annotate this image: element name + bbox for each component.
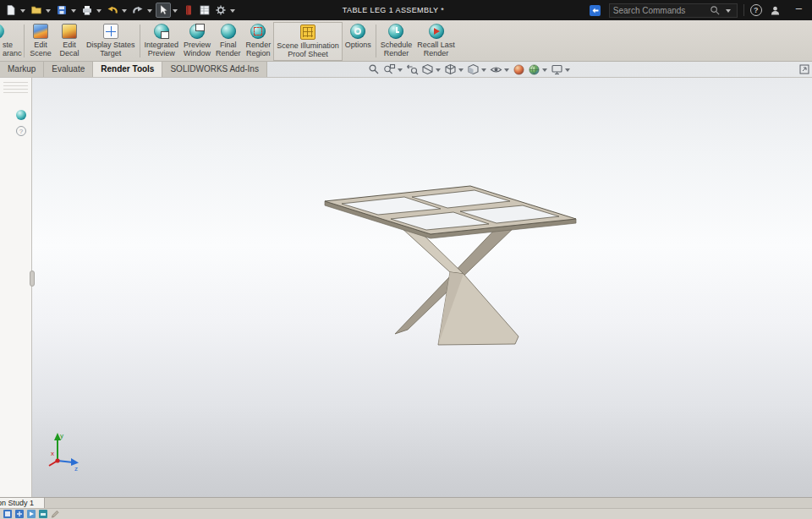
ribbon-recall-last-render-button[interactable]: Recall Last Render [414,22,458,61]
chevron-down-icon[interactable] [173,9,178,15]
select-tool-button[interactable] [156,3,171,18]
triad-y-label: y [60,432,63,440]
appearance-sphere-icon[interactable] [16,110,26,120]
divider [24,25,25,57]
ribbon-item-label: Render [384,49,409,57]
bottom-toolbar-icon-3[interactable] [27,510,36,518]
chevron-down-icon[interactable] [398,68,403,74]
zoom-to-area-button[interactable] [382,63,397,77]
ribbon-display-states-target-button[interactable]: Display States Target [84,22,138,61]
ribbon-item-label: Edit [34,41,47,49]
view-orientation-button[interactable] [443,63,458,77]
eye-icon [490,63,502,76]
ribbon-item-label: Decal [59,49,79,57]
hide-show-items-button[interactable] [489,63,503,77]
final-render-icon [221,24,236,39]
chevron-down-icon[interactable] [96,9,102,15]
preview-window-icon [189,24,205,39]
zoom-fit-icon [368,63,381,76]
ribbon-item-label: Render [424,49,449,57]
chevron-down-icon[interactable] [46,9,51,15]
panel-splitter-handle[interactable] [30,270,35,287]
tab-motion-study[interactable]: on Study 1 [0,497,45,508]
appearance-sphere-icon [513,63,525,76]
redo-icon [132,4,144,16]
ribbon-item-label: Final [220,41,237,49]
tab-render-tools[interactable]: Render Tools [93,62,162,77]
sheet-grid-icon [199,4,211,16]
work-area: ? [0,78,812,497]
search-commands-input[interactable]: Search Commands [609,3,738,18]
ribbon-final-render-button[interactable]: Final Render [213,22,244,61]
graphics-viewport[interactable]: x y z [32,78,812,497]
ribbon-scene-illumination-proof-sheet-button[interactable]: Scene Illumination Proof Sheet [273,22,343,61]
chevron-down-icon[interactable] [20,9,25,15]
rebuild-icon [183,4,195,16]
help-button[interactable]: ? [750,4,762,16]
edit-decal-icon [62,24,77,39]
chevron-down-icon[interactable] [230,9,235,15]
bottom-toolbar-icon-2[interactable] [15,510,24,518]
ribbon-paste-appearance-button-clipped[interactable]: ste arance [0,22,22,61]
chevron-down-icon[interactable] [504,68,509,74]
zoom-to-fit-button[interactable] [367,63,381,77]
chevron-down-icon[interactable] [147,9,152,15]
view-settings-button[interactable] [550,63,564,77]
undo-button[interactable] [105,3,120,18]
user-icon [770,5,781,16]
chevron-down-icon[interactable] [436,68,441,74]
ribbon-options-button[interactable]: Options [343,22,374,61]
ribbon-integrated-preview-button[interactable]: Integrated Preview [142,22,182,61]
feature-manager-panel-collapsed[interactable]: ? [0,78,32,497]
options-button[interactable] [213,3,228,18]
ribbon-schedule-render-button[interactable]: Schedule Render [378,22,415,61]
collapse-icon [799,64,809,74]
minimize-button[interactable]: – [789,4,805,16]
section-view-button[interactable] [420,63,435,77]
monitor-icon [551,63,563,76]
divider [376,25,376,57]
chevron-down-icon[interactable] [542,68,547,74]
ribbon-edit-scene-button[interactable]: Edit Scene [26,22,55,61]
open-folder-icon [30,4,42,16]
tab-evaluate[interactable]: Evaluate [44,62,93,77]
ribbon-render-region-button[interactable]: Render Region [244,22,274,61]
bottom-toolbar-icon-4[interactable] [39,510,47,518]
view-cube-icon [444,63,457,76]
ribbon-edit-decal-button[interactable]: Edit Decal [55,22,84,61]
apply-scene-button[interactable] [527,63,541,77]
file-properties-button[interactable] [197,3,212,18]
redo-button[interactable] [130,3,145,18]
display-states-target-icon [103,24,118,39]
chevron-down-icon[interactable] [71,9,76,15]
ribbon-item-label: Edit [63,41,76,49]
chevron-down-icon[interactable] [726,9,731,15]
previous-view-button[interactable] [405,63,420,77]
chevron-down-icon[interactable] [122,9,127,15]
ribbon-item-label: Schedule [381,41,413,49]
orientation-triad: x y z [49,432,79,473]
select-cursor-icon [157,4,169,16]
previous-view-icon [406,63,419,76]
help-icon[interactable]: ? [16,126,26,136]
tab-solidworks-add-ins[interactable]: SOLIDWORKS Add-Ins [162,62,266,77]
edit-appearance-button[interactable] [512,63,526,77]
ribbon-item-label: Recall Last [417,41,455,49]
recall-last-render-icon [429,24,444,39]
rebuild-button[interactable] [181,3,196,18]
chevron-down-icon[interactable] [458,68,464,74]
print-button[interactable] [80,3,95,18]
collapse-pane-button[interactable] [799,64,809,74]
save-button[interactable] [54,3,69,18]
pencil-icon[interactable] [51,510,59,518]
bottom-toolbar-icon-1[interactable] [3,510,12,518]
chevron-down-icon[interactable] [565,68,570,74]
ribbon-preview-window-button[interactable]: Preview Window [181,22,213,61]
display-style-button[interactable] [466,63,480,77]
tab-markup[interactable]: Markup [0,62,44,77]
chevron-down-icon[interactable] [481,68,486,74]
table-model[interactable] [325,186,576,345]
open-button[interactable] [29,3,44,18]
account-button[interactable] [768,3,783,18]
new-document-button[interactable] [3,3,19,18]
